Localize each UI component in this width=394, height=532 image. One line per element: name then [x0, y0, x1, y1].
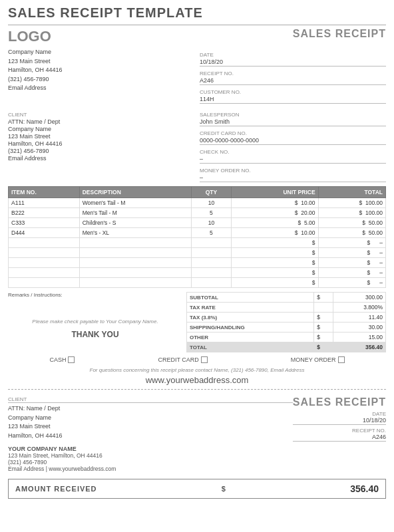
col-item-no: ITEM NO. — [9, 187, 80, 198]
stub-divider — [8, 389, 386, 390]
payable-note: Please make check payable to Your Compan… — [8, 319, 182, 325]
company-city: Hamilton, OH 44416 — [8, 66, 194, 75]
date-value: 10/18/20 — [200, 59, 386, 66]
table-row: D444 Men's - XL 5 $ 10.00 $ 50.00 — [9, 228, 386, 238]
cell-price: $ 10.00 — [232, 228, 318, 238]
cell-item — [9, 268, 80, 278]
remarks-label: Remarks / Instructions: — [8, 292, 182, 298]
cell-item: C333 — [9, 218, 80, 228]
cash-label: CASH — [49, 356, 66, 363]
receipt-header: LOGO SALES RECEIPT — [8, 28, 386, 45]
contact-note: For questions concerning this receipt pl… — [8, 367, 386, 373]
stub-header: CLIENT ATTN: Name / Dept Company Name 12… — [8, 396, 386, 442]
cell-desc — [79, 238, 191, 248]
col-description: DESCRIPTION — [79, 187, 191, 198]
cell-total: $ – — [318, 258, 385, 268]
cell-total: $ – — [318, 278, 385, 288]
tax-rate-label: TAX RATE — [187, 303, 314, 313]
totals-section: SUBTOTAL $ 300.00 TAX RATE 3.800% TAX (3… — [186, 292, 386, 352]
client-street: 123 Main Street — [8, 133, 194, 140]
other-label: OTHER — [187, 332, 314, 342]
receipt-no-value: A246 — [200, 77, 386, 85]
stub-date-label: DATE — [293, 411, 386, 417]
cash-option: CASH — [49, 356, 75, 363]
money-order-option: MONEY ORDER — [291, 356, 345, 363]
credit-card-checkbox[interactable] — [201, 356, 208, 363]
cell-qty — [191, 278, 231, 288]
total-value: 356.40 — [333, 342, 385, 352]
cell-total: $ 50.00 — [318, 218, 385, 228]
cell-desc: Women's Tail - M — [79, 198, 191, 208]
credit-card-label: CREDIT CARD — [158, 356, 198, 363]
date-label: DATE — [200, 52, 386, 58]
cell-qty — [191, 248, 231, 258]
cell-price: $ — [232, 278, 318, 288]
cell-desc — [79, 248, 191, 258]
cell-price: $ 5.00 — [232, 218, 318, 228]
stub-street: 123 Main Street — [8, 422, 293, 432]
thank-you: THANK YOU — [8, 330, 182, 339]
total-row: TOTAL $ 356.40 — [187, 342, 386, 352]
shipping-label: SHIPPING/HANDLING — [187, 323, 314, 332]
company-street: 123 Main Street — [8, 57, 194, 66]
company-phone: (321) 456-7890 — [8, 75, 194, 84]
client-company: Company Name — [8, 126, 194, 133]
cell-item: A111 — [9, 198, 80, 208]
stub-receipt-no-value: A246 — [293, 434, 386, 442]
dollar-sign: $ — [222, 485, 226, 493]
website: www.yourwebaddress.com — [8, 375, 386, 385]
check-no-value: – — [200, 156, 386, 164]
table-row: $ $ – — [9, 238, 386, 248]
cell-item: B222 — [9, 208, 80, 218]
table-row: $ $ – — [9, 258, 386, 268]
table-row: C333 Children's - S 10 $ 5.00 $ 50.00 — [9, 218, 386, 228]
tax-rate-row: TAX RATE 3.800% — [187, 303, 386, 313]
table-row: $ $ – — [9, 248, 386, 258]
receipt-no-label: RECEIPT NO. — [200, 70, 386, 76]
salesperson-label: SALESPERSON — [200, 112, 386, 118]
client-salesperson-row: CLIENT ATTN: Name / Dept Company Name 12… — [8, 108, 386, 182]
page-container: SALES RECEIPT TEMPLATE LOGO SALES RECEIP… — [8, 5, 386, 499]
stub-sales-title: SALES RECEIPT — [293, 396, 386, 408]
amount-received-box: AMOUNT RECEIVED $ 356.40 — [8, 479, 386, 499]
total-label: TOTAL — [187, 342, 314, 352]
money-order-label: MONEY ORDER NO. — [200, 168, 386, 174]
items-table: ITEM NO. DESCRIPTION QTY UNIT PRICE TOTA… — [8, 186, 386, 288]
stub-client-label: CLIENT — [8, 396, 293, 403]
amount-label: AMOUNT RECEIVED — [15, 485, 97, 493]
customer-no-label: CUSTOMER NO. — [200, 89, 386, 95]
money-order-value: – — [200, 174, 386, 182]
totals-table: SUBTOTAL $ 300.00 TAX RATE 3.800% TAX (3… — [186, 292, 386, 352]
money-order-checkbox[interactable] — [338, 356, 345, 363]
tax-row: TAX (3.8%) $ 11.40 — [187, 313, 386, 323]
cell-desc — [79, 258, 191, 268]
credit-card-option: CREDIT CARD — [158, 356, 207, 363]
client-attn: ATTN: Name / Dept — [8, 118, 194, 126]
stub-client: CLIENT ATTN: Name / Dept Company Name 12… — [8, 396, 293, 442]
stub-receipt-info: SALES RECEIPT DATE 10/18/20 RECEIPT NO. … — [293, 396, 386, 442]
cell-total: $ – — [318, 238, 385, 248]
company-name: Company Name — [8, 48, 194, 57]
cell-total: $ 100.00 — [318, 208, 385, 218]
page-title: SALES RECEIPT TEMPLATE — [8, 5, 386, 21]
stub-your-company: YOUR COMPANY NAME — [8, 446, 386, 452]
cell-qty: 10 — [191, 218, 231, 228]
company-info-row: Company Name 123 Main Street Hamilton, O… — [8, 48, 386, 104]
cell-qty: 10 — [191, 198, 231, 208]
cell-price: $ — [232, 248, 318, 258]
cell-desc — [79, 278, 191, 288]
tax-label: TAX (3.8%) — [187, 313, 314, 323]
subtotal-row: SUBTOTAL $ 300.00 — [187, 293, 386, 303]
cell-desc — [79, 268, 191, 278]
cell-item — [9, 258, 80, 268]
title-divider — [8, 25, 386, 25]
payment-options: CASH CREDIT CARD MONEY ORDER — [8, 356, 386, 363]
salesperson-section: SALESPERSON John Smith CREDIT CARD NO. 0… — [200, 108, 386, 182]
cell-item — [9, 238, 80, 248]
cash-checkbox[interactable] — [68, 356, 75, 363]
cell-price: $ 10.00 — [232, 198, 318, 208]
cell-price: $ — [232, 268, 318, 278]
table-row: A111 Women's Tail - M 10 $ 10.00 $ 100.0… — [9, 198, 386, 208]
col-qty: QTY — [191, 187, 231, 198]
remarks-section: Remarks / Instructions: Please make chec… — [8, 292, 182, 352]
